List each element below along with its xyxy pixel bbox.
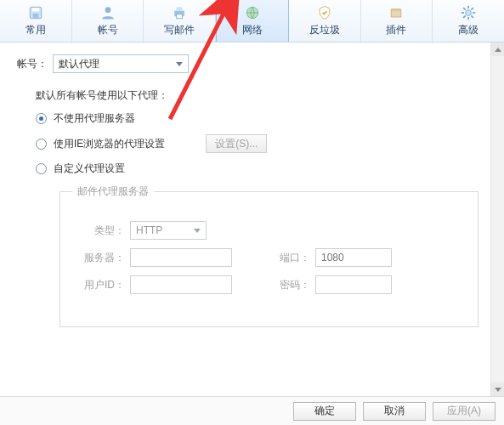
radio-ie-proxy[interactable]: 使用IE浏览器的代理设置 设置(S)...: [36, 134, 487, 153]
user-input[interactable]: [130, 275, 232, 294]
row-type: 类型： HTTP: [77, 221, 461, 240]
svg-line-16: [472, 15, 474, 18]
label-server: 服务器：: [77, 251, 125, 265]
label-port: 端口：: [276, 251, 310, 265]
radio-no-proxy[interactable]: 不使用代理服务器: [36, 111, 487, 126]
tab-network[interactable]: 网络: [216, 0, 289, 42]
tab-plugins-label: 插件: [386, 23, 406, 37]
svg-rect-8: [392, 10, 402, 17]
chevron-down-icon: [176, 62, 183, 66]
svg-rect-5: [177, 7, 183, 10]
svg-rect-2: [33, 14, 39, 18]
svg-line-18: [472, 8, 474, 10]
ok-button[interactable]: 确定: [293, 402, 356, 421]
label-user: 用户ID：: [77, 278, 125, 292]
account-row: 帐号： 默认代理: [17, 54, 487, 73]
radio-icon: [36, 139, 47, 150]
type-select[interactable]: HTTP: [130, 221, 207, 240]
radio-no-proxy-label: 不使用代理服务器: [54, 111, 135, 126]
tab-advanced[interactable]: 高级: [433, 0, 504, 42]
tab-compose[interactable]: 写邮件: [144, 0, 216, 42]
user-icon: [99, 4, 116, 21]
svg-line-15: [463, 8, 466, 10]
footer: 确定 取消 应用(A): [0, 396, 504, 425]
tab-advanced-label: 高级: [458, 23, 479, 37]
type-select-value: HTTP: [136, 224, 162, 236]
tab-common[interactable]: 常用: [0, 0, 72, 42]
port-input[interactable]: [315, 248, 392, 267]
tab-network-label: 网络: [242, 23, 263, 37]
password-input[interactable]: [315, 275, 392, 294]
tab-plugins[interactable]: 插件: [361, 0, 433, 42]
tab-common-label: 常用: [25, 23, 46, 37]
cancel-button[interactable]: 取消: [363, 402, 426, 421]
tab-account-label: 帐号: [98, 23, 118, 37]
svg-point-3: [105, 7, 110, 13]
svg-line-17: [463, 15, 466, 18]
toolbar: 常用 帐号 写邮件 网络 反垃圾 插件 高级: [0, 0, 504, 42]
settings-button[interactable]: 设置(S)...: [206, 134, 267, 153]
label-type: 类型：: [77, 224, 125, 238]
svg-point-10: [466, 10, 472, 16]
row-user-pass: 用户ID： 密码：: [77, 275, 461, 294]
proxy-fieldset: 邮件代理服务器 类型： HTTP 服务器： 端口： 用户ID： 密码：: [59, 191, 479, 327]
globe-icon: [244, 4, 261, 21]
printer-icon: [171, 4, 188, 21]
label-password: 密码：: [276, 278, 310, 292]
tab-compose-label: 写邮件: [164, 23, 195, 37]
box-icon: [388, 4, 405, 21]
radio-custom-proxy[interactable]: 自定义代理设置: [36, 162, 487, 176]
radio-ie-proxy-label: 使用IE浏览器的代理设置: [54, 137, 165, 151]
tab-antispam[interactable]: 反垃圾: [289, 0, 361, 42]
shield-icon: [316, 4, 333, 21]
account-combobox[interactable]: 默认代理: [53, 54, 189, 73]
fieldset-legend: 邮件代理服务器: [72, 184, 154, 199]
proxy-desc: 默认所有帐号使用以下代理：: [36, 88, 487, 103]
save-disk-icon: [27, 4, 44, 21]
radio-icon: [36, 113, 47, 124]
svg-rect-1: [32, 8, 39, 11]
radio-icon: [36, 163, 47, 174]
tab-antispam-label: 反垃圾: [309, 23, 340, 37]
server-input[interactable]: [130, 248, 232, 267]
gear-icon: [460, 4, 477, 21]
apply-button[interactable]: 应用(A): [433, 402, 496, 421]
svg-rect-9: [392, 8, 402, 11]
content-area: 帐号： 默认代理 默认所有帐号使用以下代理： 不使用代理服务器 使用IE浏览器的…: [0, 42, 504, 400]
chevron-down-icon: [194, 229, 201, 233]
account-label: 帐号：: [17, 57, 48, 71]
account-combobox-value: 默认代理: [59, 57, 99, 71]
svg-rect-6: [177, 14, 183, 19]
row-server-port: 服务器： 端口：: [77, 248, 461, 267]
tab-account[interactable]: 帐号: [72, 0, 144, 42]
radio-custom-proxy-label: 自定义代理设置: [54, 162, 125, 176]
